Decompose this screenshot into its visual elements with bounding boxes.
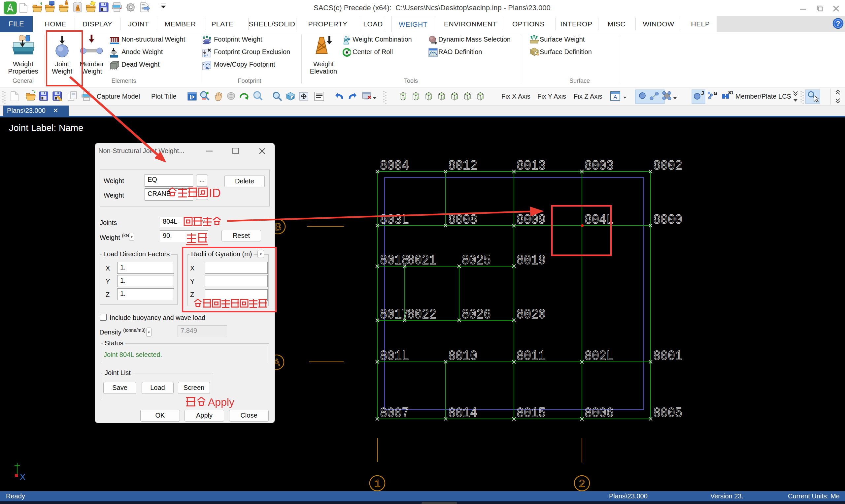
svg-text:8001: 8001 — [653, 348, 682, 364]
svg-text:803L: 803L — [380, 212, 409, 228]
svg-text:8005: 8005 — [653, 406, 682, 421]
svg-text:8020: 8020 — [516, 307, 546, 323]
svg-text:8007: 8007 — [380, 406, 409, 421]
svg-text:8011: 8011 — [516, 348, 546, 364]
svg-text:X: X — [20, 472, 25, 482]
svg-text:802L: 802L — [584, 348, 614, 364]
svg-text:S1: S1 — [728, 90, 734, 95]
svg-text:8012: 8012 — [448, 158, 477, 174]
svg-text:1: 1 — [374, 478, 380, 490]
svg-text:8002: 8002 — [653, 158, 682, 174]
svg-text:8014: 8014 — [448, 406, 477, 421]
svg-text:804L: 804L — [584, 212, 614, 228]
svg-text:A: A — [614, 94, 617, 100]
svg-text:J: J — [701, 90, 704, 96]
svg-text:8004: 8004 — [380, 158, 409, 174]
svg-text:8015: 8015 — [516, 406, 546, 421]
svg-text:8003: 8003 — [584, 158, 614, 174]
svg-text:801L: 801L — [380, 348, 409, 364]
svg-text:B: B — [275, 221, 281, 234]
svg-text:8017: 8017 — [380, 307, 409, 323]
svg-text:8026: 8026 — [462, 307, 491, 323]
svg-text:8013: 8013 — [516, 158, 546, 174]
svg-text:8000: 8000 — [653, 212, 682, 228]
svg-text:8021: 8021 — [407, 253, 436, 269]
svg-text:8009: 8009 — [516, 212, 546, 228]
svg-text:8022: 8022 — [407, 307, 436, 323]
svg-text:8008: 8008 — [448, 212, 477, 228]
svg-text:8019: 8019 — [516, 253, 546, 269]
svg-text:8018: 8018 — [380, 253, 409, 269]
svg-text:8006: 8006 — [584, 406, 614, 421]
svg-text:2: 2 — [579, 478, 585, 490]
svg-text:8010: 8010 — [448, 348, 477, 364]
svg-text:8025: 8025 — [462, 253, 491, 269]
svg-text:Joint Label: Name: Joint Label: Name — [9, 123, 84, 133]
svg-text:G: G — [714, 91, 717, 96]
